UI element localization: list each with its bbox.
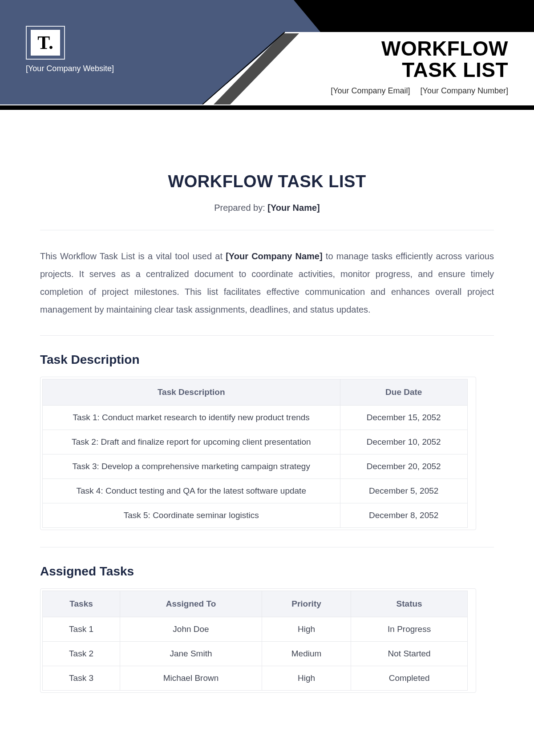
col-header-assigned-to: Assigned To (120, 591, 262, 617)
col-header-status: Status (351, 591, 468, 617)
col-header-task-description: Task Description (43, 379, 340, 406)
divider (40, 230, 494, 230)
cell-due-date: December 10, 2052 (340, 430, 468, 454)
cell-task: Task 3 (43, 666, 120, 691)
cell-task: Task 2 (43, 642, 120, 666)
logo-text: T. (31, 30, 60, 56)
table-row: Task 3: Develop a comprehensive marketin… (43, 454, 468, 479)
cell-task: Task 1 (43, 617, 120, 642)
prepared-by-label: Prepared by: (214, 203, 267, 213)
intro-company-placeholder: [Your Company Name] (226, 251, 322, 261)
logo-block: T. [Your Company Website] (26, 26, 114, 73)
prepared-by-value: [Your Name] (267, 203, 320, 213)
cell-priority: High (262, 617, 351, 642)
table-row: Task 3 Michael Brown High Completed (43, 666, 468, 691)
cell-assignee: Michael Brown (120, 666, 262, 691)
cell-due-date: December 5, 2052 (340, 479, 468, 503)
col-header-due-date: Due Date (340, 379, 468, 406)
table-row: Task 1: Conduct market research to ident… (43, 406, 468, 430)
document-body: WORKFLOW TASK LIST Prepared by: [Your Na… (0, 110, 534, 693)
header-banner: T. [Your Company Website] WORKFLOW TASK … (0, 0, 534, 105)
cell-task-desc: Task 1: Conduct market research to ident… (43, 406, 340, 430)
section-heading-task-description: Task Description (40, 353, 494, 367)
table-row: Task 2: Draft and finalize report for up… (43, 430, 468, 454)
intro-paragraph: This Workflow Task List is a vital tool … (40, 247, 494, 318)
task-description-table-wrap: Task Description Due Date Task 1: Conduc… (40, 377, 476, 530)
banner-title-line2: TASK LIST (402, 58, 508, 81)
col-header-tasks: Tasks (43, 591, 120, 617)
cell-assignee: John Doe (120, 617, 262, 642)
cell-assignee: Jane Smith (120, 642, 262, 666)
table-row: Task 4: Conduct testing and QA for the l… (43, 479, 468, 503)
logo-box: T. (26, 26, 65, 60)
cell-due-date: December 15, 2052 (340, 406, 468, 430)
table-row: Task 1 John Doe High In Progress (43, 617, 468, 642)
table-header-row: Tasks Assigned To Priority Status (43, 591, 468, 617)
table-header-row: Task Description Due Date (43, 379, 468, 406)
cell-status: Completed (351, 666, 468, 691)
page-title: WORKFLOW TASK LIST (40, 172, 494, 191)
cell-priority: High (262, 666, 351, 691)
company-number-placeholder: [Your Company Number] (421, 86, 508, 95)
divider (40, 335, 494, 336)
cell-status: In Progress (351, 617, 468, 642)
task-description-table: Task Description Due Date Task 1: Conduc… (42, 379, 468, 528)
banner-right: WORKFLOW TASK LIST [Your Company Email] … (323, 38, 508, 96)
banner-title: WORKFLOW TASK LIST (323, 38, 508, 81)
assigned-tasks-table: Tasks Assigned To Priority Status Task 1… (42, 591, 468, 691)
banner-title-line1: WORKFLOW (381, 37, 508, 60)
cell-priority: Medium (262, 642, 351, 666)
section-heading-assigned-tasks: Assigned Tasks (40, 564, 494, 579)
banner-contact: [Your Company Email] [Your Company Numbe… (323, 86, 508, 96)
assigned-tasks-table-wrap: Tasks Assigned To Priority Status Task 1… (40, 588, 476, 693)
cell-due-date: December 20, 2052 (340, 454, 468, 479)
divider (40, 547, 494, 547)
intro-text-pre: This Workflow Task List is a vital tool … (40, 251, 226, 261)
company-website-placeholder: [Your Company Website] (26, 64, 114, 73)
cell-due-date: December 8, 2052 (340, 503, 468, 528)
prepared-by-line: Prepared by: [Your Name] (40, 203, 494, 213)
thick-divider (0, 105, 534, 110)
table-row: Task 5: Coordinate seminar logistics Dec… (43, 503, 468, 528)
cell-task-desc: Task 2: Draft and finalize report for up… (43, 430, 340, 454)
company-email-placeholder: [Your Company Email] (331, 86, 410, 95)
cell-task-desc: Task 3: Develop a comprehensive marketin… (43, 454, 340, 479)
cell-status: Not Started (351, 642, 468, 666)
cell-task-desc: Task 4: Conduct testing and QA for the l… (43, 479, 340, 503)
cell-task-desc: Task 5: Coordinate seminar logistics (43, 503, 340, 528)
table-row: Task 2 Jane Smith Medium Not Started (43, 642, 468, 666)
col-header-priority: Priority (262, 591, 351, 617)
svg-marker-0 (294, 0, 534, 32)
